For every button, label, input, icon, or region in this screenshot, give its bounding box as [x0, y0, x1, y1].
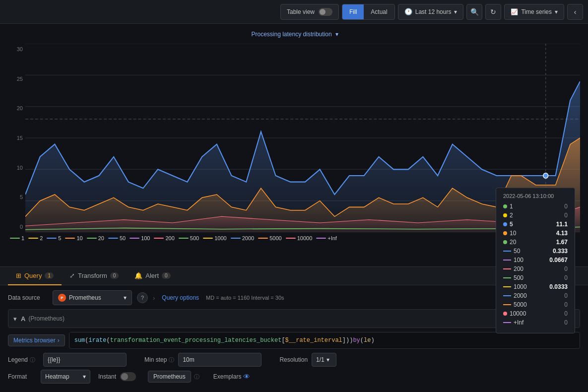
collapse-query-button[interactable]: ▾	[13, 315, 17, 323]
collapse-button[interactable]: ‹	[567, 4, 583, 20]
format-select[interactable]: Heatmap ▾	[41, 370, 90, 384]
refresh-button[interactable]: ↻	[485, 4, 501, 20]
tooltip-row: 50 0.333	[503, 248, 568, 255]
legend-item-5[interactable]: 5	[47, 235, 61, 241]
query-options-link[interactable]: Query options	[160, 294, 201, 301]
instant-switch[interactable]	[120, 372, 136, 381]
actual-button[interactable]: Actual	[364, 4, 394, 19]
data-source-row: Data source P Prometheus ▾ ? › Query opt…	[8, 290, 580, 305]
legend-item-100[interactable]: 100	[130, 235, 150, 241]
time-series-button[interactable]: 📈 Time series ▾	[504, 4, 564, 20]
chart-container: Processing latency distribution ▾ 30 25 …	[0, 24, 588, 267]
legend-info-icon: ⓘ	[30, 356, 35, 364]
table-view-toggle[interactable]: Table view	[280, 4, 339, 20]
chart-tooltip: 2022-05-06 13:10:00 1 0 2 0 5 11.1 10 4.…	[496, 188, 575, 333]
legend-item-2[interactable]: 2	[28, 235, 43, 241]
data-source-select[interactable]: P Prometheus ▾	[53, 290, 132, 305]
chart-icon: 📈	[511, 8, 518, 15]
metrics-browser-button[interactable]: Metrics browser ›	[8, 334, 65, 346]
resolution-label: Resolution	[279, 356, 308, 363]
prometheus-badge: Prometheus	[148, 371, 191, 383]
tab-alert[interactable]: 🔔 Alert 0	[127, 267, 178, 285]
metrics-row: Metrics browser › sum(irate(transformati…	[8, 332, 580, 349]
query-input[interactable]: sum(irate(transformation_event_processin…	[69, 332, 580, 349]
y-axis: 30 25 20 15 10 5 0	[8, 44, 25, 232]
resolution-select[interactable]: 1/1 ▾	[312, 353, 336, 367]
metrics-browser-label: Metrics browser	[13, 337, 56, 344]
legend-item-10[interactable]: 10	[65, 235, 82, 241]
tooltip-row: 1 0	[503, 203, 568, 210]
legend-item-1000[interactable]: 1000	[203, 235, 226, 241]
data-source-label: Data source	[8, 294, 48, 301]
query-ds-name: (Prometheus)	[28, 315, 65, 322]
tooltip-row: 2000 0	[503, 292, 568, 299]
legend-item-500[interactable]: 500	[179, 235, 199, 241]
refresh-icon: ↻	[490, 8, 496, 16]
tab-transform-label: Transform	[78, 272, 107, 279]
chevron-down-icon: ▾	[454, 8, 457, 15]
instant-toggle[interactable]: Instant	[98, 372, 136, 381]
zoom-out-button[interactable]: 🔍	[466, 4, 482, 20]
chart-title[interactable]: Processing latency distribution ▾	[0, 24, 588, 44]
tooltip-row: 2 0	[503, 212, 568, 219]
format-chevron: ▾	[83, 373, 86, 380]
zoom-minus-icon: 🔍	[470, 8, 479, 16]
prometheus-info-icon: ⓘ	[194, 373, 199, 381]
metrics-browser-chevron: ›	[58, 337, 60, 344]
tab-transform[interactable]: ⤢ Transform 0	[62, 267, 127, 285]
format-label: Format	[8, 373, 33, 380]
exemplars-eye-icon[interactable]: 👁	[243, 373, 250, 381]
query-icon: ⊞	[16, 272, 21, 279]
help-button[interactable]: ?	[137, 292, 148, 303]
data-source-chevron: ▾	[124, 294, 127, 301]
exemplars-row: Exemplars 👁	[213, 373, 251, 381]
tooltip-row: 20 1.67	[503, 239, 568, 246]
legend-label: Legend ⓘ	[8, 356, 35, 364]
chart-title-icon: ▾	[335, 31, 338, 38]
clock-icon: 🕐	[404, 8, 412, 15]
table-view-label: Table view	[287, 8, 315, 15]
legend-item-200[interactable]: 200	[154, 235, 174, 241]
legend-item-50[interactable]: 50	[108, 235, 126, 241]
legend-item-5000[interactable]: 5000	[258, 235, 281, 241]
transform-icon: ⤢	[69, 272, 75, 279]
table-view-switch[interactable]	[319, 8, 332, 16]
legend-item-inf[interactable]: +Inf	[316, 235, 337, 241]
fill-button[interactable]: Fill	[342, 4, 364, 19]
format-row: Format Heatmap ▾ Instant Prometheus ⓘ Ex…	[8, 370, 580, 384]
tab-alert-badge: 0	[162, 272, 171, 279]
tooltip-row: 5000 0	[503, 301, 568, 308]
tooltip-row: 5 11.1	[503, 221, 568, 228]
min-step-label: Min step ⓘ	[144, 356, 174, 364]
fill-actual-group: Fill Actual	[342, 4, 395, 20]
time-range-label: Last 12 hours	[415, 8, 452, 15]
legend-input[interactable]	[43, 353, 127, 367]
query-letter: A	[21, 315, 25, 323]
svg-point-9	[543, 173, 548, 179]
time-range-button[interactable]: 🕐 Last 12 hours ▾	[398, 4, 464, 20]
tab-query-label: Query	[24, 272, 42, 279]
legend-item-10000[interactable]: 10000	[286, 235, 313, 241]
min-step-info-icon: ⓘ	[169, 356, 174, 364]
legend-row: Legend ⓘ Min step ⓘ Resolution 1/1 ▾	[8, 353, 580, 367]
query-a-row: ▾ A (Prometheus) ? ⎘ 👁 🗑 ⋮⋮	[8, 309, 580, 328]
chevron-down-icon-2: ▾	[555, 8, 558, 15]
tooltip-row: 10000 0	[503, 310, 568, 317]
legend-item-2000[interactable]: 2000	[231, 235, 254, 241]
tooltip-row: +Inf 0	[503, 319, 568, 326]
legend-item-20[interactable]: 20	[87, 235, 104, 241]
chevron-left-icon: ‹	[574, 8, 577, 16]
legend-item-1[interactable]: 1	[10, 235, 24, 241]
top-toolbar: Table view Fill Actual 🕐 Last 12 hours ▾…	[0, 0, 588, 24]
tooltip-row: 500 0	[503, 274, 568, 281]
min-step-input[interactable]	[178, 353, 261, 367]
prometheus-icon: P	[58, 294, 66, 302]
time-series-label: Time series	[521, 8, 552, 15]
tab-transform-badge: 0	[110, 272, 119, 279]
tooltip-row: 100 0.0667	[503, 257, 568, 263]
tab-query[interactable]: ⊞ Query 1	[8, 267, 62, 285]
tooltip-header: 2022-05-06 13:10:00	[503, 193, 568, 199]
tooltip-row: 10 4.13	[503, 230, 568, 237]
tooltip-row: 200 0	[503, 265, 568, 272]
tab-alert-label: Alert	[145, 272, 159, 279]
